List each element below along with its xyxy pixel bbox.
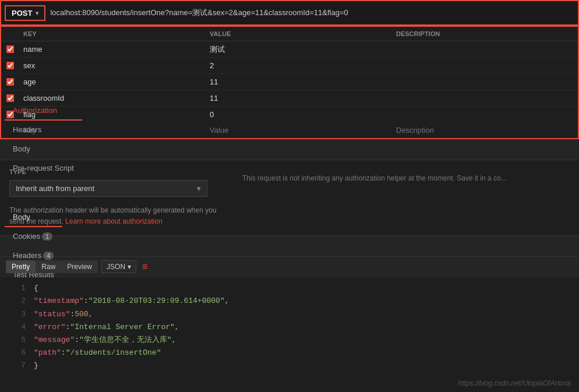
param-checkbox-2[interactable]	[6, 78, 14, 86]
json-body: 1{2"timestamp": "2018-08-20T03:29:09.614…	[0, 277, 579, 377]
json-format-select[interactable]: JSON ▾	[101, 260, 136, 273]
param-desc-3[interactable]	[391, 90, 578, 106]
format-btn-preview[interactable]: Preview	[61, 260, 98, 273]
empty-desc-input[interactable]	[391, 122, 578, 138]
type-value: Inherit auth from parent	[16, 184, 94, 193]
params-table: KEY VALUE DESCRIPTION	[0, 26, 579, 139]
table-row	[1, 90, 578, 107]
json-brace: }	[34, 359, 38, 372]
json-line: 5"message": "学生信息不全，无法入库",	[9, 334, 570, 347]
param-desc-2[interactable]	[391, 74, 578, 90]
json-line: 6"path": "/students/insertOne"	[9, 347, 570, 359]
json-key: "status"	[34, 308, 70, 321]
json-key: "path"	[34, 347, 61, 359]
json-line: 3"status": 500,	[9, 308, 570, 321]
json-colon: :	[84, 295, 89, 308]
line-num: 5	[9, 334, 26, 347]
auth-note-link[interactable]: Learn more about authorization	[65, 217, 163, 225]
type-arrow: ▾	[197, 184, 201, 193]
line-num: 1	[9, 282, 26, 295]
param-check-0[interactable]	[1, 42, 19, 56]
response-tab-cookies[interactable]: Cookies1	[5, 227, 62, 246]
col-checkbox	[1, 29, 19, 38]
auth-right-note: This request is not inheriting any autho…	[242, 174, 507, 182]
method-button[interactable]: POST ▾	[5, 5, 45, 21]
type-select-dropdown[interactable]: Inherit auth from parent ▾	[9, 180, 207, 197]
param-value-1[interactable]	[205, 58, 391, 73]
url-bar: POST ▾	[0, 0, 579, 26]
line-num: 2	[9, 295, 26, 308]
json-lines: 1{2"timestamp": "2018-08-20T03:29:09.614…	[9, 282, 570, 372]
method-arrow: ▾	[36, 10, 38, 16]
json-key: "error"	[34, 321, 66, 334]
type-label: TYPE	[9, 168, 231, 175]
table-row	[1, 41, 578, 58]
line-num: 7	[9, 359, 26, 372]
json-value: "/students/insertOne"	[66, 347, 161, 359]
json-value: "2018-08-20T03:29:09.614+0000",	[89, 295, 230, 308]
json-line: 1{	[9, 282, 570, 295]
table-row	[1, 107, 578, 122]
tab-badge-Cookies: 1	[42, 232, 52, 241]
request-tabs-row: AuthorizationHeadersBodyPre-request Scri…	[0, 139, 579, 160]
method-label: POST	[12, 9, 32, 17]
json-value: "Internal Server Error",	[70, 321, 179, 334]
json-colon: :	[61, 347, 66, 359]
request-tab-body[interactable]: Body	[5, 140, 82, 159]
param-desc-0[interactable]	[391, 41, 578, 57]
col-desc: DESCRIPTION	[391, 29, 578, 38]
format-btn-pretty[interactable]: Pretty	[6, 260, 36, 273]
auth-right: This request is not inheriting any autho…	[231, 168, 570, 227]
json-line: 2"timestamp": "2018-08-20T03:29:09.614+0…	[9, 295, 570, 308]
param-key-0[interactable]	[19, 41, 205, 57]
param-checkbox-1[interactable]	[6, 62, 14, 69]
json-colon: :	[66, 321, 70, 334]
param-check-2[interactable]	[1, 75, 19, 89]
auth-section: TYPE Inherit auth from parent ▾ The auth…	[0, 160, 579, 235]
param-key-2[interactable]	[19, 74, 205, 90]
param-desc-1[interactable]	[391, 58, 578, 73]
param-rows	[1, 41, 578, 122]
tab-badge-Headers: 4	[43, 252, 54, 260]
json-brace: {	[34, 282, 38, 295]
param-value-2[interactable]	[205, 74, 391, 90]
col-key: KEY	[19, 29, 205, 38]
request-tab-authorization[interactable]: Authorization	[5, 101, 82, 121]
table-row	[1, 74, 578, 90]
json-colon: :	[70, 308, 75, 321]
json-value: "学生信息不全，无法入库",	[79, 334, 176, 347]
empty-value-input[interactable]	[205, 122, 391, 138]
json-line: 4"error": "Internal Server Error",	[9, 321, 570, 334]
watermark: https://blog.csdn.net/UtopiaOfArtoria	[458, 379, 571, 387]
request-tab-headers[interactable]: Headers	[5, 121, 82, 140]
json-value: 500,	[75, 308, 93, 321]
line-num: 4	[9, 321, 26, 334]
wrap-icon[interactable]: ≡	[142, 262, 147, 272]
param-value-3[interactable]	[205, 90, 391, 106]
param-checkbox-0[interactable]	[6, 45, 14, 53]
param-empty-row	[1, 122, 578, 138]
param-desc-4[interactable]	[391, 107, 578, 122]
param-value-4[interactable]	[205, 107, 391, 122]
param-key-1[interactable]	[19, 58, 205, 73]
json-line: 7}	[9, 359, 570, 372]
col-value: VALUE	[205, 29, 391, 38]
params-header: KEY VALUE DESCRIPTION	[1, 27, 578, 41]
param-value-0[interactable]	[205, 41, 391, 57]
param-check-1[interactable]	[1, 58, 19, 73]
line-num: 3	[9, 308, 26, 321]
line-num: 6	[9, 347, 26, 359]
table-row	[1, 58, 578, 74]
format-btn-raw[interactable]: Raw	[36, 260, 61, 273]
url-input[interactable]	[50, 9, 574, 17]
format-buttons: PrettyRawPreview	[6, 260, 98, 273]
response-tabs-row: BodyCookies1Headers4Test Results	[0, 236, 579, 257]
json-label: JSON	[107, 263, 125, 271]
response-tab-body[interactable]: Body	[5, 208, 62, 227]
json-key: "message"	[34, 334, 75, 347]
response-toolbar: PrettyRawPreview JSON ▾ ≡	[0, 257, 579, 277]
json-colon: :	[75, 334, 79, 347]
json-key: "timestamp"	[34, 295, 84, 308]
json-arrow: ▾	[128, 263, 131, 271]
